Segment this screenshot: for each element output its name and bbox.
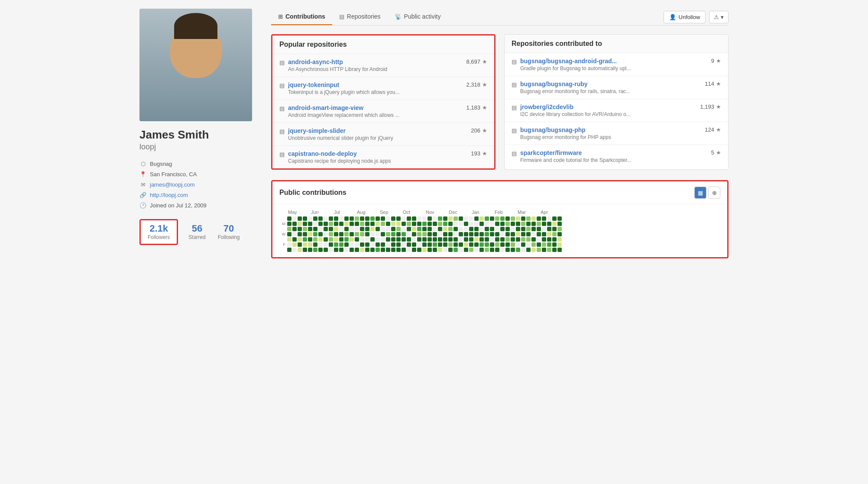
calendar-cell[interactable] [303,232,307,236]
calendar-cell[interactable] [552,242,557,247]
calendar-cell[interactable] [485,227,489,231]
calendar-cell[interactable] [329,232,333,236]
calendar-cell[interactable] [370,237,375,242]
calendar-cell[interactable] [298,216,302,221]
calendar-cell[interactable] [479,227,484,231]
starred-stat[interactable]: 56 Starred [182,219,211,245]
calendar-cell[interactable] [334,216,338,221]
calendar-cell[interactable] [350,248,354,252]
calendar-cell[interactable] [521,222,525,226]
calendar-cell[interactable] [443,248,447,252]
calendar-cell[interactable] [459,216,463,221]
calendar-cell[interactable] [443,232,447,236]
calendar-cell[interactable] [339,242,343,247]
calendar-cell[interactable] [479,248,484,252]
calendar-cell[interactable] [459,222,463,226]
calendar-cell[interactable] [350,242,354,247]
calendar-cell[interactable] [443,216,447,221]
calendar-cell[interactable] [547,248,551,252]
calendar-cell[interactable] [339,248,343,252]
tab-public-activity[interactable]: 📡 Public activity [388,9,448,25]
calendar-cell[interactable] [469,232,473,236]
calendar-cell[interactable] [552,216,557,221]
tab-contributions[interactable]: ⊞ Contributions [271,9,332,25]
calendar-cell[interactable] [350,216,354,221]
calendar-cell[interactable] [490,232,494,236]
calendar-cell[interactable] [412,242,416,247]
calendar-cell[interactable] [355,216,359,221]
calendar-cell[interactable] [500,242,505,247]
calendar-cell[interactable] [464,227,468,231]
calendar-cell[interactable] [391,227,395,231]
calendar-cell[interactable] [531,242,536,247]
tab-repositories[interactable]: ▤ Repositories [332,9,388,25]
calendar-cell[interactable] [521,216,525,221]
calendar-cell[interactable] [552,237,557,242]
calendar-cell[interactable] [464,216,468,221]
calendar-cell[interactable] [443,242,447,247]
calendar-cell[interactable] [329,227,333,231]
calendar-cell[interactable] [542,242,546,247]
calendar-cell[interactable] [287,237,291,242]
calendar-cell[interactable] [407,242,411,247]
calendar-cell[interactable] [479,242,484,247]
calendar-cell[interactable] [505,248,510,252]
calendar-cell[interactable] [490,216,494,221]
calendar-cell[interactable] [391,232,395,236]
calendar-cell[interactable] [557,232,562,236]
calendar-cell[interactable] [531,216,536,221]
calendar-cell[interactable] [490,227,494,231]
calendar-cell[interactable] [469,237,473,242]
calendar-cell[interactable] [495,222,499,226]
calendar-cell[interactable] [339,222,343,226]
calendar-cell[interactable] [287,222,291,226]
calendar-cell[interactable] [505,232,510,236]
calendar-cell[interactable] [402,222,406,226]
calendar-cell[interactable] [365,242,369,247]
calendar-cell[interactable] [396,222,401,226]
calendar-cell[interactable] [313,216,317,221]
calendar-cell[interactable] [448,248,453,252]
calendar-cell[interactable] [396,237,401,242]
calendar-cell[interactable] [344,222,349,226]
calendar-cell[interactable] [381,242,385,247]
calendar-cell[interactable] [542,227,546,231]
calendar-cell[interactable] [464,242,468,247]
calendar-cell[interactable] [313,222,317,226]
calendar-cell[interactable] [422,227,427,231]
calendar-cell[interactable] [417,216,421,221]
calendar-cell[interactable] [500,216,505,221]
calendar-cell[interactable] [526,237,531,242]
calendar-cell[interactable] [355,227,359,231]
calendar-cell[interactable] [402,248,406,252]
help-button[interactable]: ⚠ ▾ [709,11,729,23]
calendar-cell[interactable] [308,216,312,221]
calendar-cell[interactable] [469,216,473,221]
calendar-cell[interactable] [537,227,541,231]
calendar-cell[interactable] [428,232,432,236]
calendar-cell[interactable] [381,248,385,252]
calendar-cell[interactable] [552,222,557,226]
calendar-cell[interactable] [407,222,411,226]
repo-name-link[interactable]: android-smart-image-view [288,104,363,111]
calendar-cell[interactable] [505,237,510,242]
calendar-cell[interactable] [334,232,338,236]
calendar-cell[interactable] [381,227,385,231]
calendar-cell[interactable] [511,232,515,236]
calendar-cell[interactable] [433,242,437,247]
calendar-cell[interactable] [292,227,297,231]
calendar-cell[interactable] [303,216,307,221]
calendar-cell[interactable] [495,248,499,252]
calendar-cell[interactable] [355,232,359,236]
calendar-cell[interactable] [495,237,499,242]
calendar-cell[interactable] [433,237,437,242]
calendar-cell[interactable] [402,237,406,242]
calendar-cell[interactable] [438,237,442,242]
calendar-cell[interactable] [412,222,416,226]
calendar-cell[interactable] [448,227,453,231]
calendar-cell[interactable] [500,227,505,231]
calendar-cell[interactable] [287,248,291,252]
calendar-cell[interactable] [485,248,489,252]
calendar-cell[interactable] [391,222,395,226]
repo-name-link[interactable]: jquery-tokeninput [288,81,339,88]
